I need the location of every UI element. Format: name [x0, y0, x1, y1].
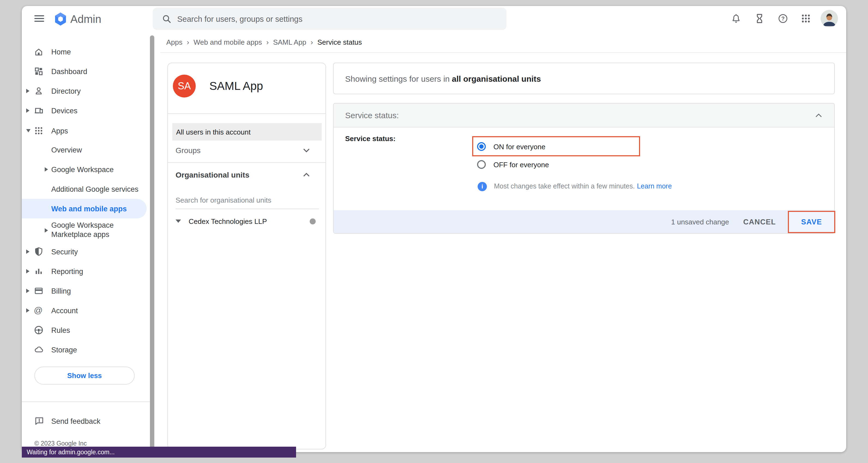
radio-on-for-everyone[interactable]: ON for everyone [477, 142, 546, 151]
sidebar-item-reporting[interactable]: Reporting [22, 261, 150, 281]
service-status-header[interactable]: Service status: [334, 103, 834, 128]
help-icon[interactable]: ? [777, 13, 788, 24]
info-icon [477, 181, 487, 191]
learn-more-link[interactable]: Learn more [637, 183, 672, 190]
breadcrumb-saml-app[interactable]: SAML App [273, 38, 306, 46]
sidebar-item-devices[interactable]: Devices [22, 101, 150, 121]
collapse-chevron-up-icon [815, 113, 822, 118]
sidebar-item-billing[interactable]: Billing [22, 281, 150, 301]
groups-section-toggle[interactable]: Groups [168, 141, 326, 160]
apps-grid-icon[interactable] [800, 13, 811, 24]
devices-icon [34, 106, 43, 115]
sidebar-item-google-workspace[interactable]: Google Workspace [22, 160, 150, 179]
sidebar-item-label: Web and mobile apps [51, 204, 127, 213]
expand-right-icon [26, 89, 29, 93]
brand-title: Admin [70, 13, 101, 25]
scope-banner: Showing settings for users in all organi… [333, 63, 835, 94]
security-icon [34, 247, 43, 257]
info-note: Most changes take effect within a few mi… [477, 181, 672, 191]
sidebar-item-label: Home [51, 48, 71, 56]
sidebar-item-label: Overview [51, 146, 82, 154]
notifications-icon[interactable] [731, 13, 742, 24]
sidebar-item-security[interactable]: Security [22, 242, 150, 261]
browser-status-bubble: Waiting for admin.google.com... [22, 447, 296, 458]
search-input[interactable] [177, 14, 500, 23]
sidebar-item-label: Devices [51, 106, 78, 115]
breadcrumb-web-and-mobile-apps[interactable]: Web and mobile apps [193, 38, 262, 46]
sidebar-item-rules[interactable]: Rules [22, 320, 150, 340]
cancel-button[interactable]: CANCEL [743, 218, 776, 226]
expand-right-icon [45, 167, 48, 172]
breadcrumb-separator: › [187, 38, 189, 46]
status-text: Waiting for admin.google.com... [27, 449, 115, 455]
radio-label: OFF for everyone [493, 160, 549, 169]
service-status-body: Service status: ON for everyone OFF for … [334, 128, 834, 211]
scope-emphasis: all organisational units [452, 74, 541, 83]
expand-right-icon [26, 289, 29, 293]
field-label: Service status: [345, 135, 396, 143]
sidebar-item-dashboard[interactable]: Dashboard [22, 62, 150, 81]
dashboard-icon [34, 66, 43, 76]
all-users-row[interactable]: All users in this account [172, 123, 322, 140]
menu-icon[interactable] [34, 15, 44, 22]
home-icon [34, 47, 43, 57]
sidebar-item-label: Google Workspace [51, 165, 114, 173]
send-feedback-button[interactable]: Send feedback [22, 411, 150, 431]
tree-collapse-icon[interactable] [176, 220, 181, 223]
sidebar-item-label: Apps [51, 127, 68, 135]
desktop-background: Admin ? [0, 0, 868, 463]
sidebar-item-directory[interactable]: Directory [22, 81, 150, 101]
expand-right-icon [26, 308, 29, 313]
unsaved-changes-text: 1 unsaved change [671, 218, 729, 226]
org-units-label: Organisational units [176, 170, 249, 179]
sidebar-item-additional-google-services[interactable]: Additional Google services [22, 179, 150, 199]
copyright-text: © 2023 Google Inc [34, 440, 87, 447]
sidebar-item-marketplace-apps[interactable]: Google Workspace Marketplace apps [22, 218, 150, 242]
avatar-photo [820, 10, 838, 27]
rules-icon [34, 325, 43, 335]
expand-right-icon [26, 250, 29, 254]
section-title: Service status: [345, 110, 399, 120]
sidebar-item-apps[interactable]: Apps [22, 121, 150, 140]
chevron-down-icon [303, 148, 310, 153]
send-feedback-label: Send feedback [51, 417, 100, 425]
scope-prefix: Showing settings for users in [345, 74, 450, 83]
org-units-search [176, 194, 319, 209]
account-icon [34, 306, 43, 316]
sidebar-item-label: Additional Google services [51, 185, 138, 193]
all-users-label: All users in this account [176, 128, 251, 136]
org-unit-status-dot [310, 218, 316, 224]
search-icon [162, 14, 172, 24]
header-divider [160, 52, 846, 53]
app-initials: SA [178, 80, 191, 92]
sidebar-item-storage[interactable]: Storage [22, 340, 150, 360]
breadcrumb-separator: › [311, 38, 313, 46]
show-less-label: Show less [67, 371, 102, 380]
account-avatar[interactable] [820, 10, 838, 27]
feedback-icon [34, 416, 44, 426]
card-divider [168, 113, 326, 114]
sidebar-item-account[interactable]: Account [22, 301, 150, 320]
sidebar-item-web-and-mobile-apps[interactable]: Web and mobile apps [22, 199, 147, 219]
sidebar-item-label: Account [51, 306, 78, 315]
breadcrumb-separator: › [266, 38, 269, 46]
directory-icon [34, 86, 43, 96]
expand-right-icon [45, 228, 48, 232]
org-units-search-input[interactable] [176, 194, 319, 209]
org-units-section-toggle[interactable]: Organisational units [168, 166, 326, 184]
breadcrumb-current: Service status [317, 38, 362, 46]
billing-icon [34, 286, 43, 296]
save-bar: 1 unsaved change CANCEL SAVE [334, 210, 834, 233]
org-unit-row[interactable]: Cedex Technologies LLP [168, 213, 326, 229]
tasks-hourglass-icon[interactable] [754, 13, 765, 24]
show-less-button[interactable]: Show less [34, 367, 135, 385]
sidebar-item-label: Rules [51, 326, 70, 334]
sidebar-item-overview[interactable]: Overview [22, 140, 150, 160]
global-search [153, 8, 506, 30]
radio-off-for-everyone[interactable]: OFF for everyone [477, 160, 549, 169]
expand-right-icon [26, 269, 29, 273]
sidebar-item-home[interactable]: Home [22, 42, 150, 62]
sidebar-scrollbar[interactable] [150, 35, 154, 451]
breadcrumb-apps[interactable]: Apps [166, 38, 182, 46]
save-button[interactable]: SAVE [788, 210, 835, 233]
